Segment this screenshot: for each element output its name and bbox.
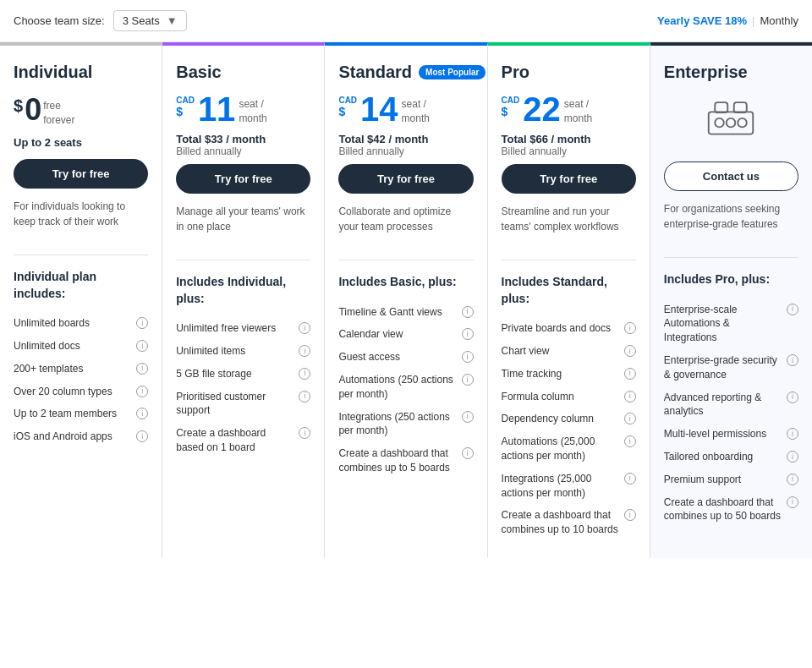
divider (338, 260, 473, 260)
feature-item: Enterprise-scale Automations & Integrati… (664, 298, 798, 349)
plans-container: Individual $ 0 freeforever Up to 2 seats… (0, 42, 812, 558)
feature-item: Premium support i (664, 468, 798, 491)
price-block: CAD $ 14 seat /month (338, 92, 473, 126)
info-icon[interactable]: i (787, 354, 798, 366)
feature-list: Unlimited boards i Unlimited docs i 200+… (14, 312, 148, 448)
info-icon[interactable]: i (787, 451, 798, 463)
includes-header: Includes Pro, plus: (664, 271, 798, 288)
feature-text: Enterprise-scale Automations & Integrati… (664, 303, 787, 345)
info-icon[interactable]: i (299, 427, 310, 439)
feature-text: Create a dashboard that combines up to 5… (338, 446, 461, 475)
plan-name: Enterprise (664, 63, 798, 82)
try-free-button[interactable]: Try for free (338, 164, 473, 194)
feature-list: Unlimited free viewers i Unlimited items… (176, 317, 310, 459)
feature-text: Unlimited items (176, 344, 299, 359)
plan-name: Standard Most Popular (338, 63, 473, 82)
feature-text: Advanced reporting & analytics (664, 391, 787, 419)
feature-item: iOS and Android apps i (14, 425, 148, 448)
feature-text: Multi-level permissions (664, 427, 787, 441)
feature-item: 5 GB file storage i (176, 363, 310, 386)
info-icon[interactable]: i (299, 345, 310, 357)
feature-text: Create a dashboard based on 1 board (176, 426, 299, 455)
info-icon[interactable]: i (624, 435, 636, 447)
feature-item: Time tracking i (502, 363, 636, 386)
feature-item: Prioritised customer support i (176, 386, 310, 423)
plan-description: For individuals looking to keep track of… (14, 199, 148, 241)
team-size-selector[interactable]: Choose team size: 3 Seats ▼ (14, 10, 187, 31)
lego-icon (705, 96, 756, 138)
feature-item: Unlimited items i (176, 340, 310, 363)
info-icon[interactable]: i (624, 368, 636, 380)
divider (176, 260, 310, 260)
dollar-sign: $ (502, 106, 508, 118)
divider (502, 260, 636, 260)
feature-list: Enterprise-scale Automations & Integrati… (664, 298, 798, 528)
info-icon[interactable]: i (624, 473, 636, 485)
plan-name: Pro (502, 63, 636, 82)
feature-text: 5 GB file storage (176, 367, 299, 381)
price-unit: seat /month (239, 97, 266, 126)
info-icon[interactable]: i (136, 430, 148, 442)
plan-card-basic: Basic CAD $ 11 seat /month Total $33 / m… (162, 42, 325, 558)
feature-item: Multi-level permissions i (664, 423, 798, 446)
seat-dropdown[interactable]: 3 Seats ▼ (113, 10, 187, 31)
info-icon[interactable]: i (787, 428, 798, 440)
info-icon[interactable]: i (624, 391, 636, 402)
info-icon[interactable]: i (787, 474, 798, 485)
info-icon[interactable]: i (136, 363, 148, 375)
try-free-button[interactable]: Try for free (176, 164, 310, 194)
info-icon[interactable]: i (299, 368, 310, 380)
includes-header: Includes Basic, plus: (338, 274, 473, 291)
enterprise-icon-block (664, 96, 798, 138)
feature-text: Dependency column (502, 412, 624, 426)
info-icon[interactable]: i (787, 496, 798, 508)
info-icon[interactable]: i (787, 304, 798, 315)
info-icon[interactable]: i (624, 413, 636, 424)
contact-button[interactable]: Contact us (664, 162, 798, 191)
info-icon[interactable]: i (462, 447, 474, 459)
divider (14, 255, 148, 255)
plan-name-text: Pro (502, 63, 529, 82)
info-icon[interactable]: i (462, 374, 474, 386)
price-unit: seat /month (564, 97, 592, 126)
info-icon[interactable]: i (136, 408, 148, 419)
feature-item: Create a dashboard that combines up to 5… (338, 442, 473, 479)
feature-item: 200+ templates i (14, 358, 148, 381)
feature-text: iOS and Android apps (14, 430, 136, 444)
feature-item: Private boards and docs i (502, 317, 636, 340)
info-icon[interactable]: i (136, 340, 148, 352)
info-icon[interactable]: i (136, 317, 148, 329)
feature-text: Formula column (502, 390, 624, 404)
info-icon[interactable]: i (462, 328, 474, 340)
plan-name-text: Individual (14, 63, 92, 82)
info-icon[interactable]: i (462, 306, 474, 318)
try-free-button[interactable]: Try for free (502, 164, 636, 194)
billing-monthly-option[interactable]: Monthly (760, 14, 798, 27)
info-icon[interactable]: i (624, 345, 636, 357)
plan-name-text: Standard (338, 63, 412, 82)
feature-text: Up to 2 team members (14, 407, 136, 421)
billing-yearly-option[interactable]: Yearly SAVE 18% (657, 14, 747, 27)
feature-text: Automations (250 actions per month) (338, 373, 461, 402)
billing-toggle: Yearly SAVE 18% | Monthly (657, 14, 798, 27)
feature-item: Tailored onboarding i (664, 446, 798, 468)
feature-text: Guest access (338, 350, 461, 364)
feature-item: Integrations (25,000 actions per month) … (502, 468, 636, 505)
plan-name: Individual (14, 63, 148, 82)
info-icon[interactable]: i (136, 386, 148, 397)
price-amount: 11 (198, 92, 236, 126)
feature-text: Unlimited docs (14, 339, 136, 353)
info-icon[interactable]: i (462, 351, 474, 363)
dollar-sign: $ (176, 106, 183, 118)
info-icon[interactable]: i (462, 411, 474, 423)
feature-item: Over 20 column types i (14, 381, 148, 403)
most-popular-badge: Most Popular (419, 65, 486, 79)
plan-card-individual: Individual $ 0 freeforever Up to 2 seats… (0, 42, 162, 558)
info-icon[interactable]: i (787, 391, 798, 403)
team-size-label: Choose team size: (14, 14, 105, 27)
info-icon[interactable]: i (299, 322, 310, 334)
info-icon[interactable]: i (624, 322, 636, 334)
info-icon[interactable]: i (624, 509, 636, 521)
try-free-button[interactable]: Try for free (14, 159, 148, 189)
info-icon[interactable]: i (299, 391, 310, 402)
